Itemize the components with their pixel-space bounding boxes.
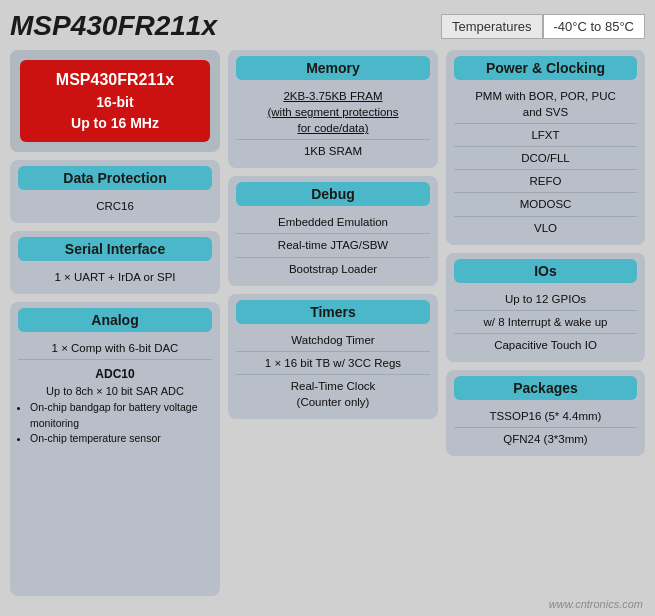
power-clocking-header: Power & Clocking	[454, 56, 637, 80]
left-column: MSP430FR211x 16-bit Up to 16 MHz Data Pr…	[10, 50, 220, 596]
debug-item-2: Real-time JTAG/SBW	[236, 234, 430, 257]
chip-name: MSP430FR211x	[32, 68, 198, 92]
middle-column: Memory 2KB-3.75KB FRAM(with segment prot…	[228, 50, 438, 596]
analog-bullet-2: On-chip temperature sensor	[30, 431, 212, 447]
timers-item-3: Real-Time Clock(Counter only)	[236, 375, 430, 413]
analog-adc-bullets: On-chip bandgap for battery voltage moni…	[18, 400, 212, 447]
analog-bullet-1: On-chip bandgap for battery voltage moni…	[30, 400, 212, 432]
data-protection-card: Data Protection CRC16	[10, 160, 220, 223]
power-item-pmm: PMM with BOR, POR, PUCand SVS	[454, 85, 637, 124]
ios-item-1: Up to 12 GPIOs	[454, 288, 637, 311]
ios-header: IOs	[454, 259, 637, 283]
timers-item-1: Watchdog Timer	[236, 329, 430, 352]
analog-header: Analog	[18, 308, 212, 332]
analog-comp: 1 × Comp with 6-bit DAC	[18, 337, 212, 360]
debug-card: Debug Embedded Emulation Real-time JTAG/…	[228, 176, 438, 285]
memory-item-1: 2KB-3.75KB FRAM(with segment protections…	[236, 85, 430, 140]
chip-info-box: MSP430FR211x 16-bit Up to 16 MHz	[10, 50, 220, 152]
data-protection-header: Data Protection	[18, 166, 212, 190]
packages-card: Packages TSSOP16 (5* 4.4mm) QFN24 (3*3mm…	[446, 370, 645, 456]
power-item-dco: DCO/FLL	[454, 147, 637, 170]
serial-interface-card: Serial Interface 1 × UART + IrDA or SPI	[10, 231, 220, 294]
debug-item-1: Embedded Emulation	[236, 211, 430, 234]
debug-item-3: Bootstrap Loader	[236, 258, 430, 280]
timers-card: Timers Watchdog Timer 1 × 16 bit TB w/ 3…	[228, 294, 438, 419]
header-row: MSP430FR211x Temperatures -40°C to 85°C	[10, 10, 645, 42]
serial-interface-header: Serial Interface	[18, 237, 212, 261]
power-clocking-card: Power & Clocking PMM with BOR, POR, PUCa…	[446, 50, 645, 245]
analog-adc-title: ADC10	[18, 365, 212, 383]
timers-header: Timers	[236, 300, 430, 324]
memory-header: Memory	[236, 56, 430, 80]
analog-adc-detail: Up to 8ch × 10 bit SAR ADC	[18, 383, 212, 400]
debug-header: Debug	[236, 182, 430, 206]
analog-items: 1 × Comp with 6-bit DAC ADC10 Up to 8ch …	[18, 337, 212, 447]
temp-value: -40°C to 85°C	[543, 14, 646, 39]
temp-label: Temperatures	[441, 14, 542, 39]
chip-freq: Up to 16 MHz	[32, 113, 198, 134]
chip-info-red: MSP430FR211x 16-bit Up to 16 MHz	[20, 60, 210, 142]
right-column: Power & Clocking PMM with BOR, POR, PUCa…	[446, 50, 645, 596]
packages-item-2: QFN24 (3*3mm)	[454, 428, 637, 450]
power-item-vlo: VLO	[454, 217, 637, 239]
packages-header: Packages	[454, 376, 637, 400]
content-area: MSP430FR211x 16-bit Up to 16 MHz Data Pr…	[10, 50, 645, 596]
analog-card: Analog 1 × Comp with 6-bit DAC ADC10 Up …	[10, 302, 220, 596]
timers-item-2: 1 × 16 bit TB w/ 3CC Regs	[236, 352, 430, 375]
ios-item-3: Capacitive Touch IO	[454, 334, 637, 356]
ios-card: IOs Up to 12 GPIOs w/ 8 Interrupt & wake…	[446, 253, 645, 362]
temp-box: Temperatures -40°C to 85°C	[441, 14, 645, 39]
packages-item-1: TSSOP16 (5* 4.4mm)	[454, 405, 637, 428]
ios-item-2: w/ 8 Interrupt & wake up	[454, 311, 637, 334]
chip-title: MSP430FR211x	[10, 10, 217, 42]
data-protection-crc16: CRC16	[18, 195, 212, 217]
memory-item-2: 1KB SRAM	[236, 140, 430, 162]
serial-interface-item: 1 × UART + IrDA or SPI	[18, 266, 212, 288]
power-item-modosc: MODOSC	[454, 193, 637, 216]
power-item-refo: REFO	[454, 170, 637, 193]
power-item-lfxt: LFXT	[454, 124, 637, 147]
memory-card: Memory 2KB-3.75KB FRAM(with segment prot…	[228, 50, 438, 168]
main-container: MSP430FR211x Temperatures -40°C to 85°C …	[0, 0, 655, 616]
watermark: www.cntronics.com	[549, 598, 643, 610]
chip-bit: 16-bit	[32, 92, 198, 113]
